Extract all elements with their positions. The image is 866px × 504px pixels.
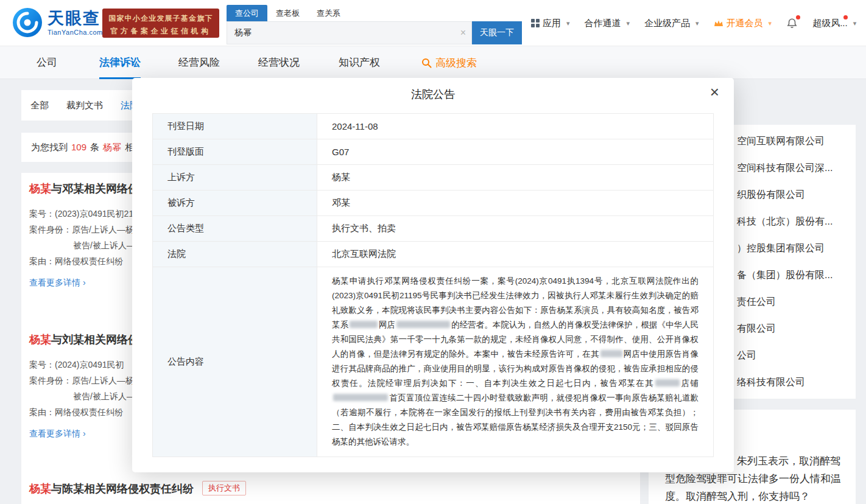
menu-super-risk-label: 超级风... [812, 18, 848, 29]
related-company[interactable]: 空间科技有限公司深... [737, 162, 833, 175]
nav-tab-operating-risk[interactable]: 经营风险 [178, 46, 220, 79]
row-label: 上诉方 [153, 165, 317, 190]
header: 天眼查 TianYanCha.com 国家中小企业发展子基金旗下 官方备案企业征… [0, 0, 866, 46]
table-row-content: 公告内容 杨某申请执行邓某网络侵权责任纠纷一案，案号(2024)京0491执13… [153, 267, 713, 457]
search-tab-relation[interactable]: 查关系 [308, 5, 349, 21]
close-icon[interactable]: × [710, 84, 719, 100]
search-tab-company[interactable]: 查公司 [227, 5, 267, 21]
search-button[interactable]: 天眼一下 [472, 21, 522, 44]
keyword-highlight: 杨某 [29, 334, 51, 346]
redacted-text [333, 394, 388, 401]
row-label: 法院 [153, 242, 317, 267]
redacted-text [350, 321, 378, 328]
nav-advanced-search[interactable]: 高级搜索 [421, 46, 477, 79]
header-menu: 应用 合作通道 企业级产品 开通会员 超级风... [531, 0, 856, 46]
menu-cooperation[interactable]: 合作通道 [585, 18, 630, 29]
search-icon [421, 58, 432, 68]
related-company[interactable]: 备（集团）股份有限... [737, 269, 833, 282]
notification-dot [843, 15, 848, 19]
main-nav: 公司 法律诉讼 经营风险 经营状况 知识产权 高级搜索 [0, 46, 866, 79]
logo-name: 天眼查 [48, 9, 103, 27]
count-number: 109 [71, 142, 86, 152]
modal-title: 法院公告 [132, 78, 734, 102]
gov-badge: 国家中小企业发展子基金旗下 官方备案企业征信机构 [102, 9, 219, 38]
menu-apps-label: 应用 [543, 18, 561, 29]
count-prefix: 为您找到 [31, 142, 68, 152]
nav-tab-intellectual-property[interactable]: 知识产权 [339, 46, 380, 79]
bell-icon [786, 18, 798, 29]
count-unit: 条 [90, 142, 99, 152]
result-title-rest: 与陈某相关网络侵权责任纠纷 [51, 483, 194, 495]
related-company[interactable]: 责任公司 [737, 296, 776, 309]
redacted-text [396, 321, 450, 328]
row-value: 执行文书、拍卖 [317, 216, 713, 241]
tianyancha-logo-icon [12, 7, 43, 38]
nav-tab-operating-status[interactable]: 经营状况 [258, 46, 300, 79]
result-item: 杨某与陈某相关网络侵权责任纠纷执行文书 [29, 481, 632, 504]
menu-cooperation-label: 合作通道 [585, 18, 621, 29]
menu-super-risk[interactable]: 超级风... [812, 18, 856, 29]
related-company[interactable]: 空间互联网有限公司 [737, 135, 825, 148]
notification-dot [796, 15, 800, 19]
gov-badge-line1: 国家中小企业发展子基金旗下 [102, 13, 219, 24]
search-tab-boss[interactable]: 查老板 [267, 5, 308, 21]
keyword-highlight: 杨某 [29, 183, 51, 195]
related-company[interactable]: 科技（北京）股份有... [737, 215, 833, 228]
related-company[interactable]: 公司 [737, 349, 756, 362]
related-company[interactable]: 络科技有限公司 [737, 376, 805, 389]
row-value: 2024-11-08 [317, 114, 713, 139]
filter-tab-judgments[interactable]: 裁判文书 [66, 90, 103, 121]
crown-icon [714, 19, 723, 27]
table-row: 公告类型 执行文书、拍卖 [153, 216, 713, 242]
result-title[interactable]: 杨某与陈某相关网络侵权责任纠纷执行文书 [29, 481, 632, 496]
filter-tab-all[interactable]: 全部 [30, 90, 49, 121]
advanced-search-label: 高级搜索 [435, 56, 477, 70]
menu-enterprise-products[interactable]: 企业级产品 [644, 18, 699, 29]
logo[interactable]: 天眼查 TianYanCha.com [12, 7, 103, 38]
row-value: G07 [317, 139, 713, 164]
keyword-highlight: 杨某 [29, 483, 51, 495]
row-value: 杨某 [317, 165, 713, 190]
announcement-content: 杨某申请执行邓某网络侵权责任纠纷一案，案号(2024)京0491执1394号，北… [317, 267, 713, 457]
related-company[interactable]: ）控股集团有限公司 [737, 242, 825, 255]
grid-icon [531, 19, 540, 27]
logo-domain: TianYanCha.com [48, 29, 103, 36]
table-row: 法院 北京互联网法院 [153, 242, 713, 267]
nav-tab-label: 法律诉讼 [99, 57, 141, 68]
court-announcement-modal: 法院公告 × 刊登日期 2024-11-08 刊登版面 G07 上诉方 杨某 被… [132, 78, 734, 472]
related-company[interactable]: 织股份有限公司 [737, 189, 805, 201]
nav-tab-company[interactable]: 公司 [37, 46, 57, 79]
row-value: 邓某 [317, 191, 713, 215]
search-tabs: 查公司 查老板 查关系 [227, 5, 522, 21]
menu-enterprise-label: 企业级产品 [644, 18, 690, 29]
count-keyword: 杨幂 [103, 142, 121, 152]
gov-badge-line2: 官方备案企业征信机构 [102, 26, 219, 37]
row-value: 北京互联网法院 [317, 242, 713, 267]
table-row: 被诉方 邓某 [153, 191, 713, 216]
search-input-wrap: × [227, 21, 472, 44]
menu-vip-label: 开通会员 [727, 18, 763, 29]
table-row: 上诉方 杨某 [153, 165, 713, 191]
row-label: 被诉方 [153, 191, 317, 215]
row-label: 刊登版面 [153, 139, 317, 164]
row-label: 公告内容 [153, 267, 317, 457]
table-row: 刊登日期 2024-11-08 [153, 114, 713, 139]
menu-vip[interactable]: 开通会员 [714, 18, 772, 29]
nav-tab-legal-proceedings[interactable]: 法律诉讼 [99, 46, 141, 79]
announcement-table: 刊登日期 2024-11-08 刊登版面 G07 上诉方 杨某 被诉方 邓某 公… [152, 113, 714, 457]
row-label: 刊登日期 [153, 114, 317, 139]
search-area: 查公司 查老板 查关系 × 天眼一下 [227, 5, 522, 44]
logo-text: 天眼查 TianYanCha.com [48, 9, 103, 36]
clear-icon[interactable]: × [460, 28, 466, 38]
redacted-text [655, 379, 680, 387]
row-label: 公告类型 [153, 216, 317, 241]
redacted-text [600, 350, 622, 357]
related-company[interactable]: 有限公司 [737, 323, 776, 335]
execution-document-badge: 执行文书 [202, 481, 246, 495]
notification-bell[interactable] [786, 18, 798, 29]
menu-apps[interactable]: 应用 [531, 18, 570, 29]
table-row: 刊登版面 G07 [153, 139, 713, 165]
search-input[interactable] [227, 22, 471, 44]
